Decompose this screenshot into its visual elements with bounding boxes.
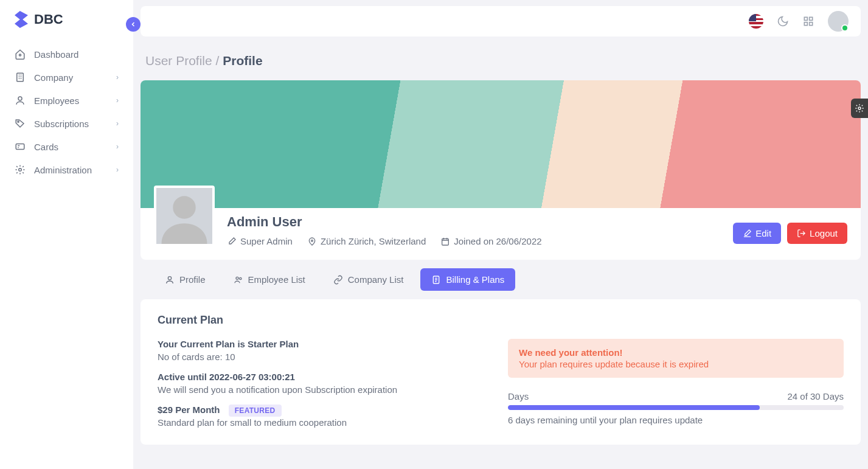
- brand-logo-icon: [15, 11, 28, 28]
- svg-point-2: [18, 97, 22, 100]
- person-icon: [157, 189, 212, 244]
- alert-body: Your plan requires update because it is …: [519, 359, 709, 369]
- tab-label: Billing & Plans: [446, 274, 504, 285]
- svg-rect-1: [17, 73, 24, 82]
- home-icon: [15, 49, 26, 60]
- svg-rect-9: [810, 23, 813, 26]
- sidebar: DBC Dashboard Company › Employees › Subs…: [0, 0, 133, 469]
- nav-label: Administration: [34, 165, 92, 175]
- profile-joined-text: Joined on 26/06/2022: [454, 236, 541, 246]
- logout-icon: [797, 229, 806, 238]
- sidebar-item-subscriptions[interactable]: Subscriptions ›: [0, 112, 133, 135]
- svg-point-10: [173, 196, 196, 219]
- profile-name: Admin User: [227, 214, 733, 230]
- profile-role-text: Super Admin: [240, 236, 293, 246]
- brand-title: DBC: [34, 12, 63, 27]
- plan-notify-text: We will send you a notification upon Sub…: [158, 384, 484, 395]
- days-count: 24 of 30 Days: [787, 391, 844, 401]
- featured-badge: FEATURED: [229, 405, 282, 417]
- gear-icon: [15, 164, 26, 175]
- attention-alert: We need your attention! Your plan requir…: [508, 339, 844, 378]
- profile-location-text: Zürich Zürich, Switzerland: [321, 236, 426, 246]
- chevron-right-icon: ›: [116, 165, 119, 174]
- nav-label: Employees: [34, 96, 79, 106]
- sidebar-item-employees[interactable]: Employees ›: [0, 89, 133, 112]
- nav-label: Company: [34, 72, 73, 83]
- calendar-icon: [440, 237, 450, 246]
- card-icon: [15, 141, 26, 152]
- breadcrumb: User Profile / Profile: [141, 36, 861, 80]
- svg-point-3: [18, 121, 19, 122]
- edit-button[interactable]: Edit: [733, 223, 781, 244]
- tab-label: Employee List: [248, 274, 305, 285]
- user-icon: [15, 95, 26, 106]
- chevron-right-icon: ›: [116, 142, 119, 151]
- tag-icon: [15, 118, 26, 129]
- tab-company-list[interactable]: Company List: [322, 268, 415, 291]
- nav-label: Cards: [34, 142, 58, 152]
- tabs: Profile Employee List Company List Billi…: [141, 268, 861, 291]
- days-progress-fill: [508, 405, 760, 410]
- sidebar-item-dashboard[interactable]: Dashboard: [0, 43, 133, 66]
- moon-icon[interactable]: [777, 15, 789, 27]
- locale-flag-icon[interactable]: [749, 14, 763, 29]
- nav: Dashboard Company › Employees › Subscrip…: [0, 39, 133, 185]
- svg-rect-6: [804, 17, 807, 20]
- nav-label: Dashboard: [34, 49, 78, 60]
- profile-role: Super Admin: [227, 236, 293, 246]
- edit-label: Edit: [755, 228, 771, 238]
- link-icon: [333, 275, 343, 285]
- days-progress: [508, 405, 844, 410]
- svg-rect-8: [804, 23, 807, 26]
- plan-cards-count: No of cards are: 10: [158, 352, 484, 362]
- profile-card: Admin User Super Admin Zürich Zürich, Sw…: [141, 80, 861, 260]
- grid-icon[interactable]: [802, 15, 814, 27]
- svg-rect-7: [810, 17, 813, 20]
- edit-icon: [743, 229, 752, 238]
- days-note: 6 days remaining until your plan require…: [508, 415, 844, 425]
- brand[interactable]: DBC: [0, 11, 133, 39]
- profile-joined: Joined on 26/06/2022: [440, 236, 541, 246]
- breadcrumb-sep: /: [212, 54, 223, 68]
- svg-point-5: [19, 168, 22, 172]
- sidebar-item-cards[interactable]: Cards ›: [0, 135, 133, 158]
- svg-point-11: [311, 240, 313, 241]
- tab-billing-plans[interactable]: Billing & Plans: [420, 268, 515, 291]
- document-icon: [431, 275, 441, 285]
- logout-button[interactable]: Logout: [787, 223, 847, 244]
- user-icon: [165, 275, 175, 285]
- svg-point-15: [239, 277, 241, 279]
- pen-icon: [227, 237, 237, 246]
- plan-description: Standard plan for small to medium cooper…: [158, 417, 484, 428]
- tab-label: Company List: [348, 274, 404, 285]
- nav-label: Subscriptions: [34, 119, 89, 129]
- users-icon: [234, 275, 243, 285]
- svg-point-14: [236, 277, 238, 279]
- plan-active-until: Active until 2022-06-27 03:00:21: [158, 372, 484, 382]
- plan-status: We need your attention! Your plan requir…: [508, 339, 844, 430]
- chevron-right-icon: ›: [116, 73, 119, 82]
- svg-point-13: [168, 276, 171, 279]
- chevron-right-icon: ›: [116, 96, 119, 105]
- breadcrumb-current: Profile: [223, 54, 262, 68]
- plan-price-text: $29 Per Month: [158, 405, 220, 415]
- user-avatar[interactable]: [828, 11, 849, 32]
- settings-float-button[interactable]: [851, 99, 868, 118]
- tab-employee-list[interactable]: Employee List: [223, 268, 316, 291]
- plan-current-title: Your Current Plan is Starter Plan: [158, 339, 484, 349]
- svg-point-17: [858, 107, 861, 109]
- tab-profile[interactable]: Profile: [154, 268, 217, 291]
- main: User Profile / Profile Admin User Super …: [133, 0, 868, 469]
- svg-point-0: [19, 54, 21, 56]
- tab-label: Profile: [179, 274, 206, 285]
- svg-rect-12: [442, 238, 449, 245]
- sidebar-item-company[interactable]: Company ›: [0, 66, 133, 89]
- sidebar-item-administration[interactable]: Administration ›: [0, 158, 133, 181]
- gear-icon: [855, 103, 864, 113]
- topbar: [141, 6, 861, 36]
- breadcrumb-parent[interactable]: User Profile: [145, 54, 212, 68]
- logout-label: Logout: [810, 228, 838, 238]
- svg-rect-4: [16, 144, 24, 150]
- building-icon: [15, 72, 26, 83]
- profile-location: Zürich Zürich, Switzerland: [307, 236, 426, 246]
